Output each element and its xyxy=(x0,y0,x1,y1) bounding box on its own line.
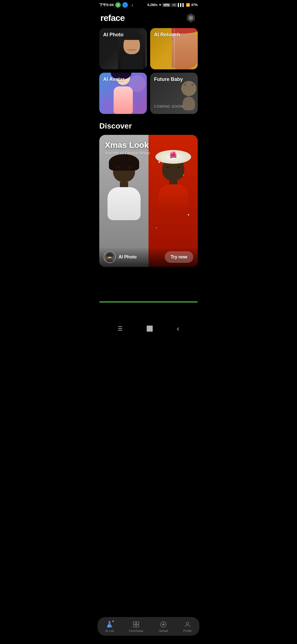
woman-left-body xyxy=(108,187,141,220)
woman-right-head: 🌺 xyxy=(162,157,184,180)
back-button[interactable]: ‹ xyxy=(177,324,179,333)
man-body xyxy=(121,55,143,69)
status-left: 下午5:04 ✦ 🐾 ♪ xyxy=(99,2,135,8)
svg-point-5 xyxy=(106,254,109,257)
feature-card-future-baby[interactable]: Future Baby COMING SOON xyxy=(150,73,198,114)
settings-icon xyxy=(186,13,196,23)
home-button[interactable]: ⬜ xyxy=(146,325,153,332)
svg-point-0 xyxy=(190,17,192,19)
status-bar: 下午5:04 ✦ 🐾 ♪ 6.2M/s ✦ VPN HD ▌▌▌ 📶 47% xyxy=(95,0,202,9)
woman-right-body xyxy=(158,184,188,215)
status-icon-3: ♪ xyxy=(130,2,135,8)
xmas-look-subtitle: Warmth of Festive Magic xyxy=(105,151,150,155)
future-baby-label: Future Baby xyxy=(154,77,183,82)
coming-soon-badge: COMING SOON xyxy=(154,104,183,108)
status-icon-1: ✦ xyxy=(115,2,121,8)
app-logo: reface xyxy=(100,13,125,23)
header: reface xyxy=(95,9,202,28)
discover-bottom-bar: AI Photo Try now xyxy=(99,247,198,267)
menu-button[interactable]: ☰ xyxy=(118,325,123,332)
ai-retouch-label: AI Retouch xyxy=(154,32,180,38)
profile-avatar xyxy=(104,251,116,263)
status-icon-2: 🐾 xyxy=(122,2,128,8)
discover-ai-photo-label: AI Photo xyxy=(119,255,137,260)
ai-photo-man-figure xyxy=(118,32,145,69)
discover-profile: AI Photo xyxy=(104,251,137,263)
woman-right-neck xyxy=(169,180,177,184)
discover-section: Discover xyxy=(95,116,202,267)
hd-badge: HD xyxy=(171,3,177,7)
ai-photo-label: AI Photo xyxy=(103,32,123,38)
woman-left-head xyxy=(113,157,135,182)
status-right: 6.2M/s ✦ VPN HD ▌▌▌ 📶 47% xyxy=(147,3,198,7)
feature-card-ai-retouch[interactable]: AI Retouch xyxy=(150,28,198,69)
svg-point-6 xyxy=(111,254,113,257)
settings-button[interactable] xyxy=(185,12,197,24)
woman-left-hair xyxy=(109,154,139,171)
discover-card[interactable]: 🌺 Xmas Look Warmth of Festive Magic xyxy=(99,135,198,267)
wifi-icon: 📶 xyxy=(186,3,190,7)
baby-body xyxy=(183,97,195,110)
discover-title: Discover xyxy=(99,122,198,130)
baby-head xyxy=(181,81,196,96)
baby-figure xyxy=(181,81,196,110)
woman-left-neck xyxy=(120,182,128,187)
status-time: 下午5:04 xyxy=(99,2,114,7)
network-speed: 6.2M/s xyxy=(147,3,158,7)
barbie-body xyxy=(114,86,133,114)
battery-icon: 47% xyxy=(191,3,198,7)
system-nav: ☰ ⬜ ‹ xyxy=(95,322,202,334)
feature-grid: AI Photo AI Retouch xyxy=(95,28,202,116)
man-head xyxy=(123,35,140,54)
ai-avatar-label: AI Avatar xyxy=(103,77,125,82)
discover-text-overlay: Xmas Look Warmth of Festive Magic xyxy=(105,140,150,155)
vpn-badge: VPN xyxy=(163,3,170,7)
feature-card-ai-avatar[interactable]: AI Avatar xyxy=(99,73,147,114)
feature-card-ai-photo[interactable]: AI Photo xyxy=(99,28,147,69)
xmas-look-title: Xmas Look xyxy=(105,140,150,149)
xmas-flower: 🌺 xyxy=(169,151,177,159)
bluetooth-icon: ✦ xyxy=(159,3,161,7)
try-now-button[interactable]: Try now xyxy=(165,251,193,263)
signal-icon: ▌▌▌ xyxy=(178,3,185,7)
green-bar xyxy=(99,301,198,303)
